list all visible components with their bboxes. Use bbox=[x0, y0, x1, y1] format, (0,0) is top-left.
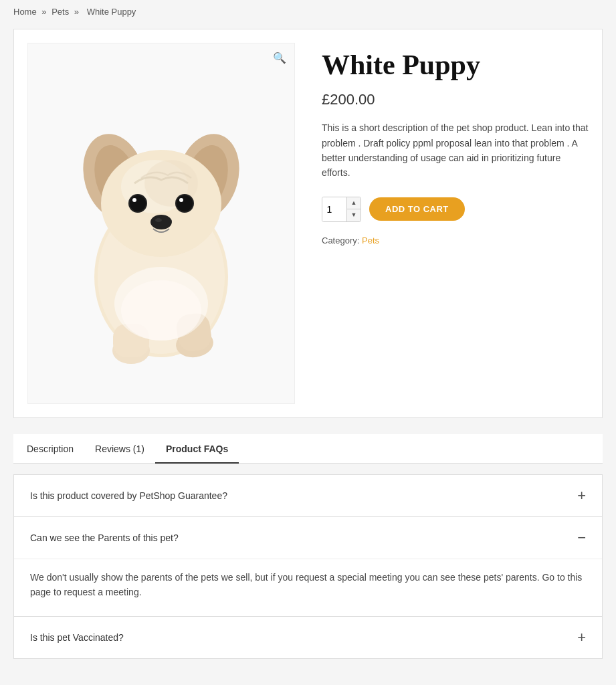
breadcrumb-home[interactable]: Home bbox=[13, 7, 37, 17]
faq-question-text-2: Can we see the Parents of this pet? bbox=[30, 532, 179, 543]
tab-product-faqs[interactable]: Product FAQs bbox=[155, 434, 239, 464]
breadcrumb-pets[interactable]: Pets bbox=[52, 7, 69, 17]
svg-point-13 bbox=[177, 195, 193, 211]
zoom-icon: 🔍 bbox=[273, 52, 286, 64]
faq-toggle-3: + bbox=[577, 630, 586, 645]
product-info-col: White Puppy £200.00 This is a short desc… bbox=[322, 43, 589, 404]
svg-point-14 bbox=[179, 198, 183, 202]
svg-point-11 bbox=[132, 198, 136, 202]
svg-point-16 bbox=[155, 218, 162, 222]
product-section: 🔍 bbox=[13, 29, 603, 418]
quantity-wrapper: ▲ ▼ bbox=[322, 197, 361, 222]
quantity-input[interactable] bbox=[322, 197, 346, 221]
tabs-section: Description Reviews (1) Product FAQs bbox=[13, 434, 603, 464]
faq-question-text-1: Is this product covered by PetShop Guara… bbox=[30, 490, 227, 501]
qty-down-button[interactable]: ▼ bbox=[347, 209, 361, 221]
tabs-nav: Description Reviews (1) Product FAQs bbox=[13, 434, 603, 464]
faq-toggle-2: − bbox=[577, 530, 586, 545]
svg-point-15 bbox=[150, 215, 172, 229]
faq-section: Is this product covered by PetShop Guara… bbox=[13, 474, 603, 659]
product-category: Category: Pets bbox=[322, 235, 589, 246]
faq-item-3: Is this pet Vaccinated? + bbox=[14, 617, 602, 658]
qty-arrows: ▲ ▼ bbox=[346, 197, 361, 221]
zoom-icon-button[interactable]: 🔍 bbox=[273, 52, 286, 64]
faq-toggle-1: + bbox=[577, 488, 586, 503]
faq-question-1[interactable]: Is this product covered by PetShop Guara… bbox=[14, 475, 602, 516]
add-to-cart-row: ▲ ▼ ADD TO CART bbox=[322, 197, 589, 222]
product-price: £200.00 bbox=[322, 91, 589, 108]
product-description: This is a short description of the pet s… bbox=[322, 120, 589, 181]
faq-question-2[interactable]: Can we see the Parents of this pet? − bbox=[14, 517, 602, 559]
category-link[interactable]: Pets bbox=[362, 235, 379, 246]
tab-reviews[interactable]: Reviews (1) bbox=[84, 434, 155, 464]
tab-description[interactable]: Description bbox=[16, 434, 84, 464]
qty-up-button[interactable]: ▲ bbox=[347, 197, 361, 209]
faq-question-3[interactable]: Is this pet Vaccinated? + bbox=[14, 617, 602, 658]
svg-point-22 bbox=[121, 280, 201, 340]
breadcrumb-current: White Puppy bbox=[87, 7, 136, 17]
faq-item-2: Can we see the Parents of this pet? − We… bbox=[14, 517, 602, 617]
faq-answer-2: We don't usually show the parents of the… bbox=[14, 559, 602, 616]
breadcrumb: Home » Pets » White Puppy bbox=[13, 7, 603, 17]
product-title: White Puppy bbox=[322, 50, 589, 80]
svg-point-10 bbox=[130, 195, 146, 211]
add-to-cart-button[interactable]: ADD TO CART bbox=[369, 197, 465, 221]
product-image-col: 🔍 bbox=[27, 43, 295, 404]
faq-item-1: Is this product covered by PetShop Guara… bbox=[14, 475, 602, 517]
product-image bbox=[47, 56, 275, 391]
faq-question-text-3: Is this pet Vaccinated? bbox=[30, 632, 124, 643]
